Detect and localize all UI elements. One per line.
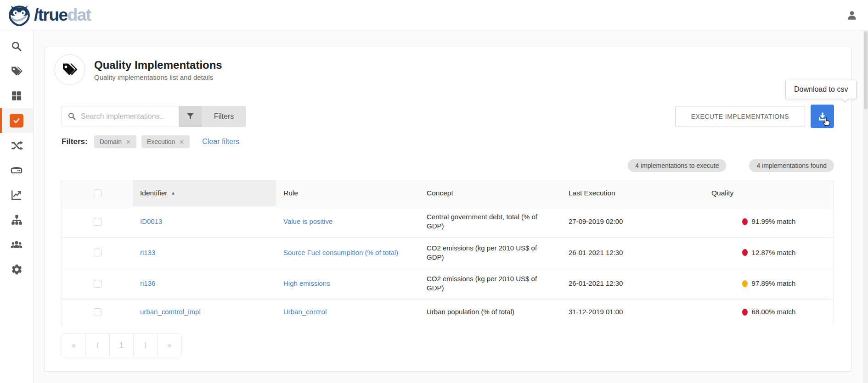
sidebar-item-glossary[interactable] [0,59,33,83]
table-row: ri136 High emissions CO2 emissions (kg p… [62,268,834,299]
funnel-icon [186,112,195,121]
search-group: Filters [62,106,246,127]
execute-implementations-button[interactable]: EXECUTE IMPLEMENTATIONS [675,106,805,127]
pagination-next-button[interactable]: ⟩ [134,334,158,357]
sidebar-item-users[interactable] [0,232,33,257]
owl-logo-icon [7,4,31,26]
row-checkbox[interactable] [94,280,101,288]
download-icon [817,111,828,122]
sort-asc-icon: ▲ [171,191,175,195]
row-checkbox[interactable] [94,249,101,256]
quality-status-dot [742,309,748,316]
pagination-page-1-button[interactable]: 1 [110,334,134,357]
quality-cell: 12.87% match [704,238,834,268]
check-square-icon [10,114,23,128]
page-subtitle: Quality implementations list and details [94,73,222,81]
table-row: ID0013 Value is positive Central governm… [62,206,834,237]
sidebar-item-search[interactable] [0,34,33,59]
tags-icon [11,65,23,78]
concept-cell: CO2 emissions (kg per 2010 US$ of GDP) [419,268,561,299]
download-csv-button[interactable] [811,105,834,128]
sidebar-item-settings[interactable] [0,257,33,282]
filter-chip-execution[interactable]: Execution ✕ [141,135,190,148]
line-chart-icon [11,189,23,201]
pagination-last-button[interactable]: » [158,334,181,357]
card-header: Quality Implementations Quality implemen… [54,54,834,85]
filters-label: Filters: [62,137,88,146]
column-header-last-execution[interactable]: Last Execution [561,180,704,206]
gear-icon [11,263,23,276]
pagination: « ⟨ 1 ⟩ » [62,333,182,357]
column-header-concept[interactable]: Concept [419,180,561,206]
implementations-table: Identifier ▲ Rule Concept Last Execution… [62,180,834,325]
filters-button[interactable]: Filters [202,106,246,127]
search-icon [11,40,23,52]
quality-cell: 91.99% match [704,206,834,237]
toolbar: Filters EXECUTE IMPLEMENTATIONS Download… [62,105,834,128]
identifier-link[interactable]: ri136 [140,279,155,288]
last-execution-cell: 26-01-2021 12:30 [561,238,704,268]
table-header-row: Identifier ▲ Rule Concept Last Execution… [62,180,834,206]
table-row: urban_comtrol_impl Urban_control Urban p… [62,299,834,325]
quality-implementations-card: Quality Implementations Quality implemen… [44,47,851,372]
user-menu-button[interactable] [844,7,860,23]
sidebar-item-dashboards[interactable] [0,183,33,207]
tags-icon [62,61,78,78]
quality-label: 97.89% match [752,279,796,288]
implementations-found-badge: 4 implementations found [749,159,834,172]
rule-link[interactable]: Value is positive [283,217,333,226]
last-execution-cell: 26-01-2021 12:30 [561,268,704,299]
pagination-first-button[interactable]: « [62,334,86,357]
grid-icon [11,90,23,102]
implementations-to-execute-badge: 4 implementations to execute [628,159,726,172]
row-checkbox[interactable] [94,308,101,316]
sidebar-item-modules[interactable] [0,83,33,108]
rule-link[interactable]: Source Fuel consumpltion (% of total) [283,248,398,257]
sidebar-item-lineage[interactable] [0,133,33,158]
rule-link[interactable]: High emissions [283,279,330,288]
select-all-cell [62,180,133,206]
identifier-link[interactable]: urban_comtrol_impl [140,307,201,316]
column-header-rule[interactable]: Rule [276,180,419,206]
sidebar-item-data-sources[interactable] [0,158,33,183]
sidebar-item-quality[interactable] [0,108,33,133]
clear-filters-link[interactable]: Clear filters [202,138,239,146]
user-icon [846,9,858,21]
truedat-logo[interactable]: /truedat [7,4,91,26]
quality-cell: 97.89% match [704,268,834,299]
sitemap-icon [11,214,23,226]
sidebar-item-structures[interactable] [0,207,33,232]
last-execution-cell: 31-12-2019 01:00 [561,300,704,325]
remove-filter-icon[interactable]: ✕ [179,139,184,145]
select-all-checkbox[interactable] [94,189,101,197]
concept-cell: Urban population (% of total) [419,300,561,325]
scrollbar-thumb[interactable] [864,31,868,109]
rule-link[interactable]: Urban_control [283,307,327,316]
active-filters-row: Filters: Domain ✕ Execution ✕ Clear filt… [62,135,834,148]
toolbar-actions: EXECUTE IMPLEMENTATIONS Download to csv [675,105,834,128]
concept-cell: CO2 emissions (kg per 2010 US$ of GDP) [419,238,561,268]
identifier-link[interactable]: ID0013 [140,217,162,226]
page-icon-circle [54,54,85,85]
identifier-link[interactable]: ri133 [140,248,155,257]
remove-filter-icon[interactable]: ✕ [126,139,131,145]
pagination-prev-button[interactable]: ⟨ [86,334,110,357]
logo-wordmark: /truedat [34,6,91,25]
quality-status-dot [742,280,748,287]
quality-label: 68.00% match [752,307,796,316]
users-icon [10,238,23,251]
summary-badges: 4 implementations to execute 4 implement… [62,159,834,172]
scrollbar-track[interactable] [863,30,868,383]
filter-chip-domain[interactable]: Domain ✕ [94,135,136,148]
search-box [62,106,179,127]
quality-status-dot [742,249,748,256]
filter-funnel-button[interactable] [179,106,202,127]
row-checkbox[interactable] [94,218,101,226]
app-root: /truedat [0,0,868,383]
table-body: ID0013 Value is positive Central governm… [62,206,834,325]
column-header-identifier[interactable]: Identifier ▲ [133,180,276,206]
quality-cell: 68.00% match [704,300,834,325]
column-header-quality[interactable]: Quality [704,180,834,206]
search-input[interactable] [81,112,174,121]
download-tooltip: Download to csv [785,80,857,99]
